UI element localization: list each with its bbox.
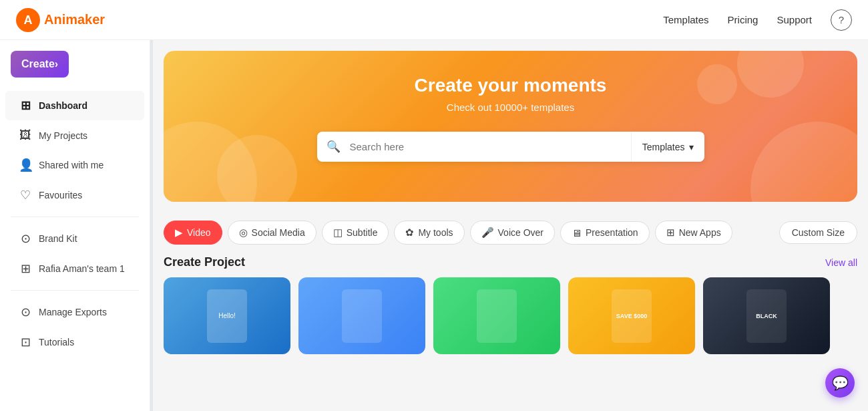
project-card-1[interactable]: Hello!: [164, 277, 290, 354]
tab-subtitle-label: Subtitle: [347, 227, 378, 238]
project-card-4[interactable]: SAVE $000: [568, 277, 695, 354]
svg-text:A: A: [24, 13, 33, 27]
sidebar-item-brand-kit[interactable]: ⊙ Brand Kit: [5, 224, 144, 253]
tab-my-tools[interactable]: ✿ My tools: [394, 221, 464, 245]
project-card-5[interactable]: BLACK: [703, 277, 830, 354]
brand-kit-icon: ⊙: [19, 231, 32, 246]
tab-new-apps-label: New Apps: [679, 227, 721, 238]
tab-social-media-label: Social Media: [252, 227, 305, 238]
sidebar-nav: ⊞ Dashboard 🖼 My Projects 👤 Shared with …: [0, 91, 150, 357]
tab-video[interactable]: ▶ Video: [164, 221, 222, 245]
dashboard-icon: ⊞: [19, 98, 32, 113]
chat-icon: 💬: [832, 375, 849, 391]
sidebar-item-favourites[interactable]: ♡ Favourites: [5, 180, 144, 210]
tab-presentation[interactable]: 🖥 Presentation: [560, 221, 650, 245]
card-visual-3: [477, 289, 517, 343]
tab-my-tools-label: My tools: [418, 227, 453, 238]
sidebar-item-dashboard[interactable]: ⊞ Dashboard: [5, 91, 144, 120]
support-nav-link[interactable]: Support: [777, 14, 812, 25]
create-project-title: Create Project: [164, 255, 245, 269]
card-inner-1: Hello!: [164, 277, 290, 354]
tab-voice-over[interactable]: 🎤 Voice Over: [470, 221, 555, 245]
templates-nav-link[interactable]: Templates: [663, 14, 708, 25]
project-card-2[interactable]: [298, 277, 425, 354]
search-dropdown-label: Templates: [642, 142, 685, 152]
sidebar-item-team-label: Rafia Aman's team 1: [39, 263, 125, 274]
main-layout: Create › ⊞ Dashboard 🖼 My Projects 👤 Sha…: [0, 40, 868, 411]
sidebar-item-tutorials[interactable]: ⊡ Tutorials: [5, 327, 144, 357]
tab-presentation-label: Presentation: [586, 227, 638, 238]
sidebar-divider-1: [11, 217, 139, 217]
my-projects-icon: 🖼: [19, 128, 32, 142]
shared-icon: 👤: [19, 158, 32, 172]
header: A Animaker Templates Pricing Support ?: [0, 0, 868, 40]
sidebar-scroll: Create › ⊞ Dashboard 🖼 My Projects 👤 Sha…: [0, 51, 150, 400]
sidebar-item-my-projects[interactable]: 🖼 My Projects: [5, 121, 144, 150]
search-dropdown[interactable]: Templates ▾: [631, 132, 704, 162]
chat-bubble[interactable]: 💬: [825, 368, 855, 398]
sidebar-item-brand-kit-label: Brand Kit: [39, 233, 77, 244]
card-visual-5: BLACK: [746, 289, 787, 343]
social-media-icon: ◎: [239, 227, 248, 239]
tabs-row: ▶ Video ◎ Social Media ◫ Subtitle ✿ My t…: [153, 213, 868, 247]
voice-over-icon: 🎤: [481, 227, 494, 239]
chevron-down-icon: ▾: [689, 142, 694, 152]
sidebar-divider-2: [11, 290, 139, 291]
my-tools-icon: ✿: [405, 227, 414, 239]
banner-subtitle: Check out 10000+ templates: [180, 102, 841, 113]
create-button-label: Create: [21, 58, 55, 70]
custom-size-button[interactable]: Custom Size: [779, 221, 857, 244]
card-inner-3: [433, 277, 560, 354]
video-icon: ▶: [175, 227, 183, 239]
card-visual-4: SAVE $000: [612, 289, 652, 343]
card-visual-1: Hello!: [207, 289, 247, 343]
sidebar-item-manage-exports[interactable]: ⊙ Manage Exports: [5, 297, 144, 327]
sidebar-item-manage-exports-label: Manage Exports: [39, 307, 107, 317]
project-card-3[interactable]: [433, 277, 560, 354]
tab-voice-over-label: Voice Over: [498, 227, 544, 238]
favourites-icon: ♡: [19, 188, 32, 202]
search-bar: 🔍 Templates ▾: [317, 132, 704, 162]
create-button[interactable]: Create ›: [11, 51, 69, 78]
tab-video-label: Video: [187, 227, 211, 238]
sidebar-item-favourites-label: Favourites: [39, 190, 82, 200]
sidebar-item-shared-with-me[interactable]: 👤 Shared with me: [5, 150, 144, 180]
presentation-icon: 🖥: [572, 227, 582, 239]
search-icon: 🔍: [317, 140, 350, 154]
new-apps-icon: ⊞: [666, 227, 675, 239]
sidebar: Create › ⊞ Dashboard 🖼 My Projects 👤 Sha…: [0, 40, 150, 411]
project-cards-row: Hello! SAVE $000: [164, 277, 857, 354]
pricing-nav-link[interactable]: Pricing: [728, 14, 758, 25]
sidebar-item-my-projects-label: My Projects: [39, 130, 87, 141]
team-icon: ⊞: [19, 261, 32, 276]
card-visual-2: [342, 289, 382, 343]
subtitle-icon: ◫: [333, 227, 343, 239]
sidebar-item-shared-label: Shared with me: [39, 160, 103, 170]
card-inner-5: BLACK: [703, 277, 830, 354]
banner-deco-5: [750, 122, 857, 202]
create-button-arrow: ›: [55, 58, 58, 70]
card-inner-4: SAVE $000: [568, 277, 695, 354]
sidebar-item-tutorials-label: Tutorials: [39, 337, 74, 348]
card-inner-2: [298, 277, 425, 354]
banner-deco-4: [697, 64, 737, 104]
sidebar-item-dashboard-label: Dashboard: [39, 100, 87, 111]
tab-subtitle[interactable]: ◫ Subtitle: [322, 221, 389, 245]
logo: A Animaker: [16, 8, 105, 32]
section-header: Create Project View all: [164, 255, 857, 269]
view-all-link[interactable]: View all: [825, 257, 857, 268]
tab-social-media[interactable]: ◎ Social Media: [228, 221, 316, 245]
main-content: Create your moments Check out 10000+ tem…: [153, 40, 868, 411]
tab-new-apps[interactable]: ⊞ New Apps: [655, 221, 732, 245]
logo-text: Animaker: [44, 12, 105, 27]
help-button[interactable]: ?: [831, 9, 852, 31]
banner: Create your moments Check out 10000+ tem…: [164, 51, 857, 202]
sidebar-item-team[interactable]: ⊞ Rafia Aman's team 1: [5, 254, 144, 283]
create-project-section: Create Project View all Hello!: [153, 247, 868, 354]
manage-exports-icon: ⊙: [19, 305, 32, 319]
header-nav: Templates Pricing Support ?: [663, 9, 852, 31]
tutorials-icon: ⊡: [19, 335, 32, 350]
search-input[interactable]: [350, 132, 631, 162]
animaker-logo-icon: A: [16, 8, 40, 32]
